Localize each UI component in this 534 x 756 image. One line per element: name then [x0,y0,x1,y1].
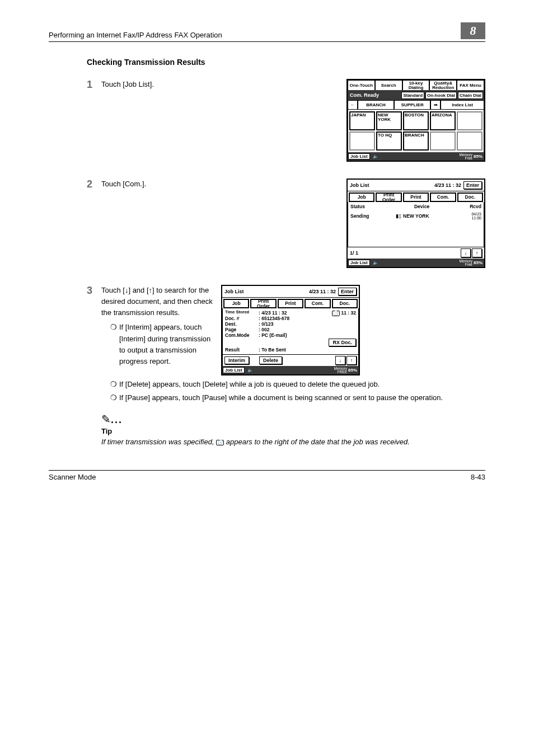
tab-print[interactable]: Print [403,192,429,202]
sub-bullet-interim: ❍ If [Interim] appears, touch [Interim] … [110,322,213,367]
row-device: NEW YORK [403,213,452,219]
speaker-icon[interactable]: 🔈 [371,154,381,159]
note-icon: ✎ [101,412,111,426]
chapter-number: 8 [461,22,485,39]
timer-icon: 🕒 [216,440,224,445]
page: Performing an Internet Fax/IP Address FA… [49,0,485,504]
onhook-dial-button[interactable]: On-hook Dial [425,92,457,99]
tab-10key-dialing[interactable]: 10-keyDialing [402,80,430,90]
running-header: Performing an Internet Fax/IP Address FA… [49,22,485,42]
job-row[interactable]: Sending ▮▯ NEW YORK 04/2311:00 [348,211,484,221]
up-arrow-button[interactable]: ↑ [472,248,482,257]
tab-print-order[interactable]: PrintOrder [376,192,401,202]
step-number: 2 [87,179,101,191]
rx-doc-button[interactable]: RX Doc. [329,339,356,346]
bullet-icon: ❍ [110,392,119,403]
onetouch-newyork[interactable]: NEW YORK [376,111,402,130]
tab-job[interactable]: Job [223,299,249,308]
detail-right-time: 11 : 32 [341,310,356,316]
bullet-icon: ❍ [110,379,119,390]
nav-supplier[interactable]: SUPPLIER [394,100,430,110]
tab-doc[interactable]: Doc. [457,192,483,202]
down-arrow-button[interactable]: ↓ [335,356,345,365]
step-text: Touch [Com.]. [101,179,339,190]
device-panel-joblist: Job List 4/23 11 : 32 Enter Job PrintOrd… [346,179,485,268]
tip-block: ✎... Tip If timer transmission was speci… [101,412,485,448]
tab-com[interactable]: Com. [305,299,330,308]
memory-free-pct: 85% [474,260,484,265]
val-dest: : 0/123 [259,321,273,327]
tab-onetouch[interactable]: One-Touch [348,80,375,90]
speaker-icon[interactable]: 🔈 [245,368,255,373]
onetouch-tohq[interactable]: TO HQ [376,132,402,151]
tab-doc[interactable]: Doc. [332,299,358,308]
down-arrow-button[interactable]: ↓ [461,248,471,257]
lbl-doc-num: Doc. # [225,316,259,321]
speaker-icon[interactable]: 🔈 [371,260,381,265]
delete-button[interactable]: Delete [259,356,282,364]
col-device: Device [394,204,449,209]
col-rcvd: Rcvd [449,204,481,209]
enter-button[interactable]: Enter [338,288,357,295]
chain-dial-button[interactable]: Chain Dial [458,92,483,99]
interim-button[interactable]: Interim [224,356,249,364]
val-result: : To Be Sent [259,347,286,353]
onetouch-empty[interactable] [430,132,456,151]
tip-text: If timer transmission was specified, 🕒 a… [101,436,485,448]
section-title: Checking Transmission Results [87,58,485,67]
standard-button[interactable]: Standard [401,92,424,99]
tab-quality-reduction[interactable]: Quality&Reduction [429,80,457,90]
tab-print-order[interactable]: PrintOrder [250,299,276,308]
com-status: Com. Ready [348,92,401,98]
lbl-dest: Dest. [225,321,259,327]
onetouch-branch[interactable]: BRANCH [403,132,429,151]
memory-free-pct: 85% [474,154,484,159]
memory-free-label: MemoryFREE [334,367,347,374]
row-rcvd: 04/2311:00 [452,212,481,220]
footer-right: 8-43 [471,473,485,481]
lbl-time-stored: Time Stored [225,310,259,316]
running-title: Performing an Internet Fax/IP Address FA… [49,31,222,39]
panel-time: 4/23 11 : 32 [309,289,336,294]
nav-right-arrow[interactable]: ➡ [430,100,441,110]
tab-com[interactable]: Com. [430,192,456,202]
tab-fax-menu[interactable]: FAX Menu [457,80,484,90]
sub-bullet-delete: ❍ If [Delete] appears, touch [Delete] wh… [110,379,485,390]
footer-left: Scanner Mode [49,473,96,481]
onetouch-japan[interactable]: JAPAN [349,111,375,130]
step-2: 2 Touch [Com.]. Job List 4/23 11 : 32 En… [87,179,485,268]
val-doc-num: : 6512345-678 [259,316,289,321]
val-commode: : PC (E-mail) [259,332,287,338]
joblist-button[interactable]: Job List [348,260,370,266]
step-text: Touch [↓] and [↑] to search for the desi… [101,285,213,318]
onetouch-boston[interactable]: BOSTON [403,111,429,130]
lbl-result: Result [225,347,259,353]
nav-index-list[interactable]: Index List [441,100,484,110]
nav-branch[interactable]: BRANCH [358,100,394,110]
step-number: 1 [87,79,101,91]
onetouch-empty[interactable] [349,132,375,151]
onetouch-empty[interactable] [457,132,483,151]
lbl-page: Page [225,327,259,332]
device-panel-onetouch: One-Touch Search 10-keyDialing Quality&R… [346,79,485,162]
timer-icon: 🕒 [332,311,340,316]
sub-bullet-pause: ❍ If [Pause] appears, touch [Pause] whil… [110,392,485,403]
panel-title: Job List [224,289,309,294]
tab-job[interactable]: Job [349,192,374,202]
joblist-button[interactable]: Job List [223,367,245,373]
tab-search[interactable]: Search [375,80,402,90]
device-icon: ▮▯ [396,213,401,219]
up-arrow-button[interactable]: ↑ [346,356,357,365]
device-panel-jobdetail: Job List 4/23 11 : 32 Enter Job PrintOrd… [221,285,360,375]
joblist-button[interactable]: Job List [348,153,370,159]
onetouch-arizona[interactable]: ARIZONA [430,111,456,130]
memory-free-pct: 85% [348,368,359,373]
memory-free-label: MemoryFree [460,153,472,160]
nav-left-arrow[interactable]: ← [348,100,358,110]
panel-title: Job List [350,182,434,188]
enter-button[interactable]: Enter [463,181,482,189]
page-footer: Scanner Mode 8-43 [49,470,485,481]
tab-print[interactable]: Print [278,299,303,308]
dots-icon: ... [111,414,123,425]
onetouch-empty[interactable] [457,111,483,130]
